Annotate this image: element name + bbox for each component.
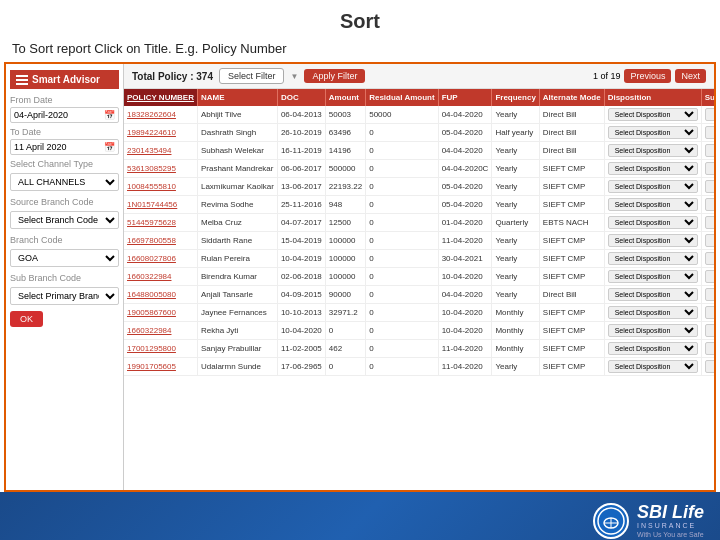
- policy-number-cell[interactable]: 51445975628: [124, 214, 197, 232]
- policy-number-cell[interactable]: 1660322984: [124, 268, 197, 286]
- disposition-cell: Select Disposition: [604, 268, 701, 286]
- ok-button[interactable]: OK: [10, 311, 43, 327]
- sub-disposition-cell: [701, 340, 714, 358]
- table-cell: 22193.22: [325, 178, 365, 196]
- col-name[interactable]: NAME: [197, 89, 277, 106]
- to-date-label: To Date: [10, 127, 119, 137]
- from-date-field[interactable]: [14, 110, 104, 120]
- select-filter-button[interactable]: Select Filter: [219, 68, 285, 84]
- table-row: 16697800558Siddarth Rane15-04-2019100000…: [124, 232, 714, 250]
- sub-disposition-select[interactable]: [705, 342, 714, 355]
- table-cell: 26-10-2019: [277, 124, 325, 142]
- disposition-select[interactable]: Select Disposition: [608, 360, 698, 373]
- channel-type-select[interactable]: ALL CHANNELS: [10, 173, 119, 191]
- sub-disposition-select[interactable]: [705, 126, 714, 139]
- sub-disposition-select[interactable]: [705, 216, 714, 229]
- previous-button[interactable]: Previous: [624, 69, 671, 83]
- disposition-select[interactable]: Select Disposition: [608, 270, 698, 283]
- sub-disposition-select[interactable]: [705, 108, 714, 121]
- table-cell: 04-09-2015: [277, 286, 325, 304]
- col-amount[interactable]: Amount: [325, 89, 365, 106]
- calendar-icon-to[interactable]: 📅: [104, 142, 115, 152]
- policy-number-cell[interactable]: 19894224610: [124, 124, 197, 142]
- sub-disposition-cell: [701, 124, 714, 142]
- table-cell: 11-04-2020: [438, 358, 492, 376]
- table-cell: EBTS NACH: [539, 214, 604, 232]
- disposition-select[interactable]: Select Disposition: [608, 180, 698, 193]
- disposition-select[interactable]: Select Disposition: [608, 306, 698, 319]
- table-cell: 25-11-2016: [277, 196, 325, 214]
- table-cell: 05-04-2020: [438, 178, 492, 196]
- policy-number-cell[interactable]: 19901705605: [124, 358, 197, 376]
- col-frequency[interactable]: Frequency: [492, 89, 539, 106]
- disposition-select[interactable]: Select Disposition: [608, 144, 698, 157]
- col-alternate-mode[interactable]: Alternate Mode: [539, 89, 604, 106]
- sub-disposition-select[interactable]: [705, 324, 714, 337]
- col-residual[interactable]: Residual Amount: [366, 89, 438, 106]
- disposition-select[interactable]: Select Disposition: [608, 288, 698, 301]
- apply-filter-button[interactable]: Apply Filter: [304, 69, 365, 83]
- branch-code-select[interactable]: GOA: [10, 249, 119, 267]
- col-policy-number[interactable]: POLICY NUMBER: [124, 89, 197, 106]
- disposition-select[interactable]: Select Disposition: [608, 324, 698, 337]
- sub-disposition-select[interactable]: [705, 162, 714, 175]
- sub-disposition-select[interactable]: [705, 252, 714, 265]
- from-date-input[interactable]: 📅: [10, 107, 119, 123]
- sub-branch-select[interactable]: Select Primary Branch: [10, 287, 119, 305]
- policy-number-cell[interactable]: 16697800558: [124, 232, 197, 250]
- source-branch-select[interactable]: Select Branch Code: [10, 211, 119, 229]
- table-cell: 10-04-2020: [438, 304, 492, 322]
- table-cell: 100000: [325, 232, 365, 250]
- col-sub-disposition[interactable]: Sub Disposition: [701, 89, 714, 106]
- disposition-select[interactable]: Select Disposition: [608, 162, 698, 175]
- disposition-cell: Select Disposition: [604, 340, 701, 358]
- policy-number-cell[interactable]: 19005867600: [124, 304, 197, 322]
- table-cell: Direct Bill: [539, 124, 604, 142]
- policy-number-cell[interactable]: 17001295800: [124, 340, 197, 358]
- policy-number-cell[interactable]: 1660322984: [124, 322, 197, 340]
- next-button[interactable]: Next: [675, 69, 706, 83]
- col-disposition[interactable]: Disposition: [604, 89, 701, 106]
- disposition-cell: Select Disposition: [604, 142, 701, 160]
- disposition-select[interactable]: Select Disposition: [608, 126, 698, 139]
- to-date-field[interactable]: [14, 142, 104, 152]
- sub-disposition-select[interactable]: [705, 306, 714, 319]
- sub-disposition-select[interactable]: [705, 270, 714, 283]
- table-cell: 12500: [325, 214, 365, 232]
- sub-disposition-cell: [701, 196, 714, 214]
- disposition-cell: Select Disposition: [604, 286, 701, 304]
- sub-disposition-select[interactable]: [705, 198, 714, 211]
- table-cell: 04-04-2020: [438, 142, 492, 160]
- policy-number-cell[interactable]: 53613085295: [124, 160, 197, 178]
- policy-number-cell[interactable]: 16608027806: [124, 250, 197, 268]
- policy-number-cell[interactable]: 16488005080: [124, 286, 197, 304]
- col-fup[interactable]: FUP: [438, 89, 492, 106]
- hamburger-icon[interactable]: [16, 75, 28, 85]
- disposition-select[interactable]: Select Disposition: [608, 216, 698, 229]
- disposition-select[interactable]: Select Disposition: [608, 234, 698, 247]
- calendar-icon[interactable]: 📅: [104, 110, 115, 120]
- to-date-input[interactable]: 📅: [10, 139, 119, 155]
- sub-disposition-select[interactable]: [705, 288, 714, 301]
- disposition-select[interactable]: Select Disposition: [608, 198, 698, 211]
- table-cell: Dashrath Singh: [197, 124, 277, 142]
- sub-disposition-select[interactable]: [705, 360, 714, 373]
- table-cell: 100000: [325, 250, 365, 268]
- table-cell: Monthly: [492, 340, 539, 358]
- table-cell: Yearly: [492, 250, 539, 268]
- policy-number-cell[interactable]: 1N015744456: [124, 196, 197, 214]
- disposition-select[interactable]: Select Disposition: [608, 252, 698, 265]
- policy-number-cell[interactable]: 18328262604: [124, 106, 197, 124]
- policy-number-cell[interactable]: 10084555810: [124, 178, 197, 196]
- sub-disposition-select[interactable]: [705, 234, 714, 247]
- table-cell: Direct Bill: [539, 286, 604, 304]
- disposition-select[interactable]: Select Disposition: [608, 342, 698, 355]
- disposition-select[interactable]: Select Disposition: [608, 108, 698, 121]
- sub-disposition-select[interactable]: [705, 180, 714, 193]
- table-cell: 0: [366, 250, 438, 268]
- col-doc[interactable]: DOC: [277, 89, 325, 106]
- data-table: POLICY NUMBER NAME DOC Amount Residual A…: [124, 89, 714, 376]
- sub-disposition-select[interactable]: [705, 144, 714, 157]
- sub-disposition-cell: [701, 178, 714, 196]
- policy-number-cell[interactable]: 2301435494: [124, 142, 197, 160]
